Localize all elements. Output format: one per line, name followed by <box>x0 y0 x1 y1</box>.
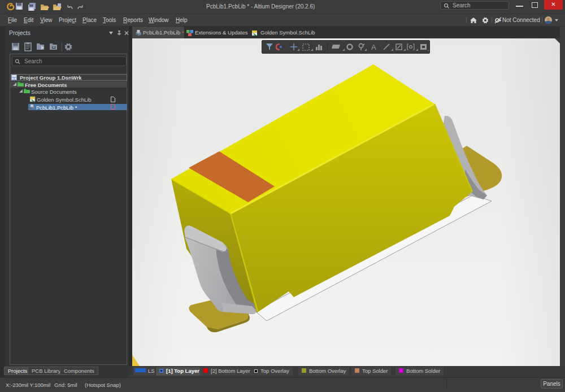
svg-text:A: A <box>371 43 376 51</box>
